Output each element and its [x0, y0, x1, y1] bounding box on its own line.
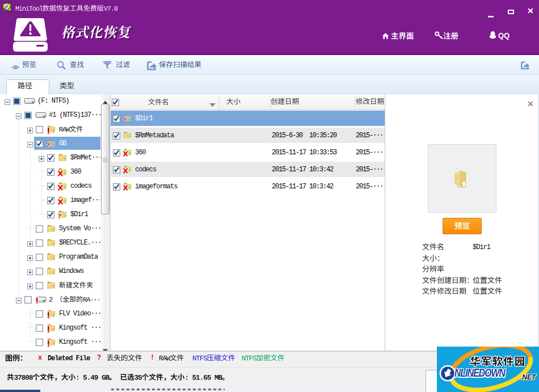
svg-text:?: ? [123, 116, 127, 123]
svg-text:?: ? [47, 141, 50, 148]
svg-text:?: ? [58, 212, 61, 219]
